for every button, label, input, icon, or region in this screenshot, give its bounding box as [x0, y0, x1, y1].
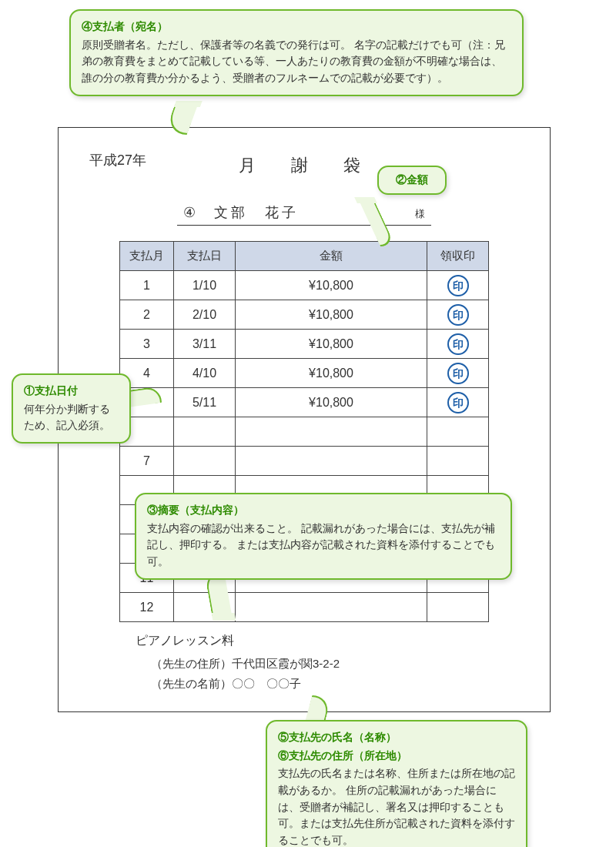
addressee-suffix: 様	[415, 207, 425, 221]
callout-head: ⑥支払先の住所（所在地）	[278, 748, 515, 765]
callout-head: ④支払者（宛名）	[82, 18, 511, 35]
callout-head: ①支払日付	[24, 383, 119, 400]
callout-body: 支払内容の確認が出来ること。 記載漏れがあった場合には、支払先が補記し、押印する…	[147, 521, 500, 571]
cell-seal: 印	[427, 330, 489, 359]
cell-month: 2	[120, 300, 174, 330]
table-row: 22/10¥10,800印	[120, 300, 489, 330]
callout-amount: ②金額	[377, 166, 447, 195]
table-row	[120, 417, 489, 447]
table-row: 12	[120, 593, 489, 622]
cell-amount: ¥10,800	[236, 359, 427, 388]
receipt-stamp-icon: 印	[447, 363, 469, 384]
cell-date: 2/10	[174, 300, 236, 330]
callout-payee: ⑤支払先の氏名（名称） ⑥支払先の住所（所在地） 支払先の氏名または名称、住所ま…	[266, 720, 527, 847]
cell-date: 3/11	[174, 330, 236, 359]
cell-amount: ¥10,800	[236, 388, 427, 417]
cell-seal: 印	[427, 388, 489, 417]
document-title: 月 謝 袋	[89, 154, 519, 177]
cell-amount	[236, 593, 427, 622]
cell-month: 7	[120, 447, 174, 476]
callout-head: ②金額	[387, 172, 437, 189]
teacher-address: （先生の住所）千代田区霞が関3-2-2	[151, 654, 519, 674]
cell-date: 1/10	[174, 271, 236, 300]
table-row: 33/11¥10,800印	[120, 330, 489, 359]
table-row: 5/11¥10,800印	[120, 388, 489, 417]
teacher-name: （先生の名前）〇〇 〇〇子	[151, 674, 519, 694]
col-amount: 金額	[236, 242, 427, 271]
receipt-stamp-icon: 印	[447, 333, 469, 355]
callout-body: 支払先の氏名または名称、住所または所在地の記載があるか。 住所の記載漏れがあった…	[278, 765, 515, 847]
callout-body: 原則受贈者名。ただし、保護者等の名義での発行は可。 名字の記載だけでも可（注：兄…	[82, 37, 511, 87]
tuition-envelope-document: 平成27年 月 謝 袋 ④ 文部 花子 様 支払月 支払日 金額 領収印 11/…	[58, 127, 551, 712]
receipt-stamp-icon: 印	[447, 392, 469, 413]
cell-amount	[236, 417, 427, 447]
receipt-stamp-icon: 印	[447, 304, 469, 326]
callout-description: ③摘要（支払内容） 支払内容の確認が出来ること。 記載漏れがあった場合には、支払…	[135, 493, 512, 580]
callout-body: 何年分か判断するため、記入必須。	[24, 401, 119, 434]
cell-amount	[236, 447, 427, 476]
cell-month: 12	[120, 593, 174, 622]
cell-seal: 印	[427, 359, 489, 388]
cell-date	[174, 447, 236, 476]
col-seal: 領収印	[427, 242, 489, 271]
addressee-name: 文部 花子	[214, 203, 415, 222]
cell-month: 1	[120, 271, 174, 300]
callout-payer: ④支払者（宛名） 原則受贈者名。ただし、保護者等の名義での発行は可。 名字の記載…	[69, 9, 524, 96]
cell-date: 4/10	[174, 359, 236, 388]
table-row: 11/10¥10,800印	[120, 271, 489, 300]
payment-summary: ピアノレッスン料	[136, 633, 519, 649]
cell-seal	[427, 447, 489, 476]
callout-payment-date: ①支払日付 何年分か判断するため、記入必須。	[12, 373, 131, 444]
cell-seal	[427, 593, 489, 622]
addressee-line: ④ 文部 花子 様	[177, 200, 431, 226]
cell-date: 5/11	[174, 388, 236, 417]
receipt-stamp-icon: 印	[447, 275, 469, 296]
cell-seal: 印	[427, 300, 489, 330]
callout-head: ③摘要（支払内容）	[147, 502, 500, 519]
cell-month: 3	[120, 330, 174, 359]
cell-amount: ¥10,800	[236, 271, 427, 300]
cell-amount: ¥10,800	[236, 330, 427, 359]
addressee-marker: ④	[183, 204, 196, 221]
teacher-info: （先生の住所）千代田区霞が関3-2-2 （先生の名前）〇〇 〇〇子	[151, 654, 519, 693]
cell-amount: ¥10,800	[236, 300, 427, 330]
table-row: 44/10¥10,800印	[120, 359, 489, 388]
col-month: 支払月	[120, 242, 174, 271]
col-date: 支払日	[174, 242, 236, 271]
callout-head: ⑤支払先の氏名（名称）	[278, 729, 515, 746]
cell-date	[174, 417, 236, 447]
table-row: 7	[120, 447, 489, 476]
cell-seal	[427, 417, 489, 447]
cell-seal: 印	[427, 271, 489, 300]
